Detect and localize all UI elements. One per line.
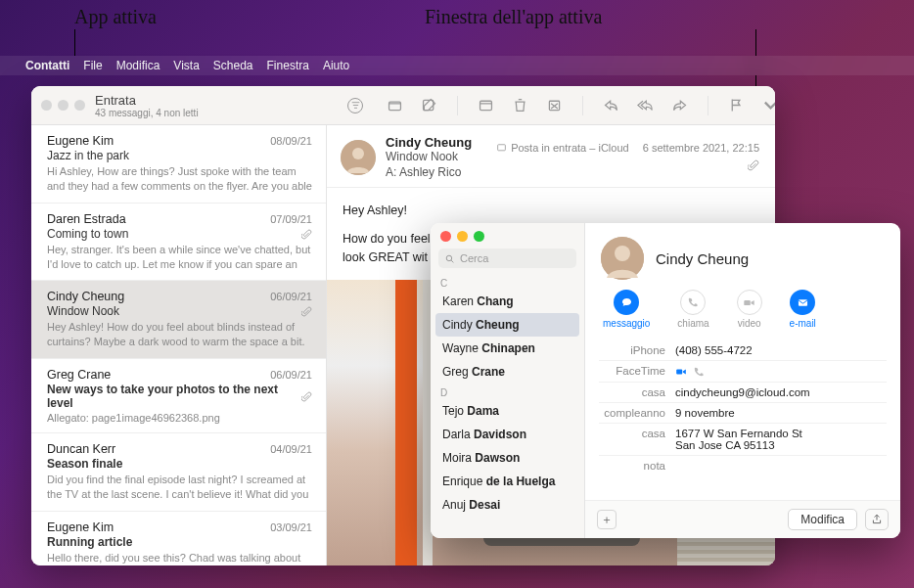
field-label: casa [599,386,675,398]
contact-list-item[interactable]: Karen Chang [431,290,584,313]
window-close-icon[interactable] [440,231,451,242]
menu-file[interactable]: File [83,59,102,72]
menu-vista[interactable]: Vista [173,59,199,72]
contact-list-item[interactable]: Cindy Cheung [435,313,579,337]
contacts-traffic-lights[interactable] [431,223,584,247]
field-value [675,365,705,378]
menu-bar[interactable]: Contatti File Modifica Vista Scheda Fine… [0,56,914,75]
action-email[interactable]: e-mail [790,290,816,329]
menu-finestra[interactable]: Finestra [267,59,309,72]
contacts-search-input[interactable]: Cerca [438,249,576,268]
contact-list-item[interactable]: Greg Crane [431,360,584,384]
contact-field: FaceTime [599,361,887,383]
move-icon[interactable] [478,97,494,113]
contact-list-item[interactable]: Moira Dawson [431,446,584,470]
add-contact-button[interactable]: ＋ [597,510,617,529]
message-subject: Running article [47,535,132,549]
menu-modifica[interactable]: Modifica [116,59,160,72]
message-row[interactable]: Duncan Kerr04/09/21Season finaleDid you … [31,433,326,512]
reader-to: Ashley Rico [399,165,461,179]
filter-icon[interactable] [347,98,363,113]
field-value: 9 novembre [675,407,735,419]
message-preview: Hi Ashley, How are things? Just spoke wi… [47,164,312,194]
message-row[interactable]: Eugene Kim08/09/21Jazz in the parkHi Ash… [31,125,326,204]
reader-from: Cindy Cheung [386,135,472,150]
svg-rect-2 [480,101,492,110]
window-minimize-icon[interactable] [457,231,468,242]
window-zoom-icon[interactable] [74,100,85,111]
reader-body-line1: Hey Ashley! [343,202,759,220]
contact-field: nota [599,456,887,475]
message-date: 06/09/21 [270,291,312,302]
reply-icon[interactable] [603,97,619,113]
reply-all-icon[interactable] [637,97,654,113]
search-placeholder: Cerca [460,252,488,264]
edit-button[interactable]: Modifica [788,509,857,530]
field-label: compleanno [599,407,675,419]
action-call[interactable]: chiama [677,290,708,329]
message-list[interactable]: Eugene Kim08/09/21Jazz in the parkHi Ash… [31,125,327,565]
contact-field: casa1677 W San Fernando StSan Jose CA 95… [599,424,887,456]
contact-list-item[interactable]: Enrique de la Huelga [431,470,584,493]
window-zoom-icon[interactable] [474,231,484,242]
message-preview: Hello there, did you see this? Chad was … [47,551,312,565]
flag-menu-icon[interactable] [762,97,775,113]
svg-point-6 [352,148,364,159]
message-row[interactable]: Greg Crane06/09/21New ways to take your … [31,359,326,433]
trash-icon[interactable] [512,97,528,113]
mail-traffic-lights[interactable] [31,100,95,111]
message-subject: Season finale [47,457,122,471]
attachment-icon[interactable] [748,159,759,171]
reader-date: 6 settembre 2021, 22:15 [643,142,759,154]
message-row[interactable]: Eugene Kim03/09/21Running articleHello t… [31,512,326,565]
forward-icon[interactable] [671,97,688,113]
message-date: 03/09/21 [270,521,312,533]
message-preview: Did you find the final episode last nigh… [47,473,312,502]
field-label: iPhone [599,344,675,356]
message-subject: Jazz in the park [47,149,129,162]
window-close-icon[interactable] [41,100,52,111]
message-subject: Coming to town [47,227,128,241]
contact-name: Cindy Cheung [656,250,749,267]
message-date: 06/09/21 [270,369,312,381]
contact-list-item[interactable]: Wayne Chinapen [431,337,584,360]
action-message[interactable]: messaggio [603,290,650,329]
action-video[interactable]: video [737,290,762,329]
svg-point-10 [615,246,630,261]
field-label: casa [599,428,675,451]
window-minimize-icon[interactable] [58,100,69,111]
message-row[interactable]: Daren Estrada07/09/21Coming to townHey, … [31,204,326,282]
field-label: nota [599,460,675,472]
menu-app-name[interactable]: Contatti [25,59,69,72]
share-icon [871,514,883,525]
reader-to-label: A: [386,165,396,179]
message-preview: Hey, stranger. It's been a while since w… [47,243,312,272]
field-label: FaceTime [599,365,675,378]
contact-list-item[interactable]: Tejo Dama [431,399,584,423]
search-icon [444,253,455,264]
phone-icon [687,296,699,308]
mail-toolbar [373,96,775,115]
reader-subject: Window Nook [386,150,472,163]
message-date: 08/09/21 [270,135,312,147]
message-row[interactable]: Cindy Cheung06/09/21Window NookHey Ashle… [31,281,326,359]
compose-icon[interactable] [421,97,437,113]
contact-list-item[interactable]: Darla Davidson [431,423,584,446]
junk-icon[interactable] [546,97,563,113]
menu-aiuto[interactable]: Aiuto [323,59,349,72]
field-value: cindycheung9@icloud.com [675,386,810,398]
mail-inbox-title: Entrata [95,93,199,108]
message-date: 04/09/21 [270,443,312,455]
contact-section-header: D [431,384,584,399]
contact-field: casacindycheung9@icloud.com [599,383,887,403]
share-button[interactable] [865,509,889,530]
mail-titlebar: Entrata 43 messaggi, 4 non letti [31,86,775,125]
contact-list-item[interactable]: Anuj Desai [431,493,584,517]
svg-rect-12 [799,299,807,306]
flag-icon[interactable] [728,97,745,113]
archive-icon[interactable] [387,97,403,113]
contacts-window: Cerca CKaren ChangCindy CheungWayne Chin… [431,223,900,538]
message-preview: Hey Ashley! How do you feel about blinds… [47,320,312,349]
video-icon [743,296,755,309]
menu-scheda[interactable]: Scheda [213,59,253,72]
